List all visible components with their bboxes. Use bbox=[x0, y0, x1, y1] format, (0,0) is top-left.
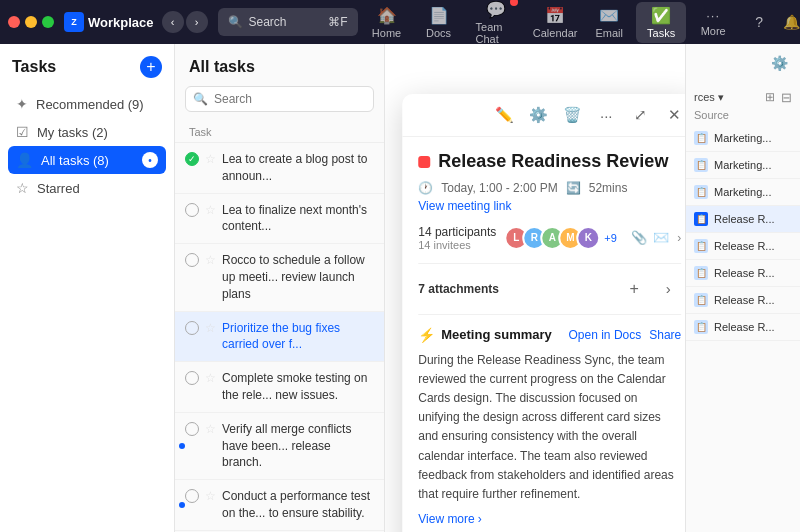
email-icon: ✉️ bbox=[599, 6, 619, 25]
task-item-selected[interactable]: ☆ Prioritize the bug fixes carried over … bbox=[175, 312, 384, 363]
task-star-icon[interactable]: ☆ bbox=[205, 253, 216, 267]
detail-panel: ✏️ ⚙️ 🗑️ ··· ⤢ ✕ Release Readiness Revie… bbox=[385, 44, 685, 532]
task-star-icon[interactable]: ☆ bbox=[205, 422, 216, 436]
add-task-button[interactable]: + bbox=[140, 56, 162, 78]
nav-right-controls: ? 🔔 ⚙️ bbox=[746, 9, 800, 35]
task-item[interactable]: ☆ Complete smoke testing on the rele... … bbox=[175, 362, 384, 413]
right-panel-item[interactable]: 📋 Marketing... bbox=[686, 152, 800, 179]
task-checkbox[interactable] bbox=[185, 371, 199, 385]
help-button[interactable]: ? bbox=[746, 9, 772, 35]
task-detail-modal: ✏️ ⚙️ 🗑️ ··· ⤢ ✕ Release Readiness Revie… bbox=[402, 94, 685, 532]
close-modal-button[interactable]: ✕ bbox=[661, 102, 685, 128]
right-panel-item[interactable]: 📋 Release R... bbox=[686, 260, 800, 287]
expand-attachments-button[interactable]: › bbox=[655, 276, 681, 302]
source-item-text: Marketing... bbox=[714, 132, 771, 144]
view-more-link[interactable]: View more › bbox=[418, 512, 681, 526]
modal-body: Release Readiness Review 🕐 Today, 1:00 -… bbox=[402, 137, 685, 532]
add-attachment-button[interactable]: + bbox=[621, 276, 647, 302]
chevron-right-icon: › bbox=[478, 512, 482, 526]
chevron-right-icon[interactable]: › bbox=[677, 231, 681, 245]
source-item-text: Release R... bbox=[714, 240, 775, 252]
right-panel-item-active[interactable]: 📋 Release R... bbox=[686, 206, 800, 233]
sidebar-title: Tasks + bbox=[8, 56, 166, 78]
task-checkbox[interactable]: ✓ bbox=[185, 152, 199, 166]
settings-button[interactable]: ⚙️ bbox=[525, 102, 551, 128]
task-star-icon[interactable]: ☆ bbox=[205, 371, 216, 385]
sidebar-item-mytasks[interactable]: ☑ My tasks (2) bbox=[8, 118, 166, 146]
right-panel-item[interactable]: 📋 Release R... bbox=[686, 314, 800, 341]
view-meeting-link[interactable]: View meeting link bbox=[418, 199, 681, 213]
tab-more[interactable]: ··· More bbox=[688, 4, 738, 41]
task-item[interactable]: ✓ ☆ Lea to create a blog post to announ.… bbox=[175, 143, 384, 194]
event-duration: 52mins bbox=[589, 181, 628, 195]
docs-icon: 📄 bbox=[429, 6, 449, 25]
source-filter[interactable]: rces ▾ bbox=[694, 91, 724, 104]
source-item-icon: 📋 bbox=[694, 320, 708, 334]
tab-tasks[interactable]: ✅ Tasks bbox=[636, 2, 686, 43]
source-item-text: Marketing... bbox=[714, 186, 771, 198]
right-panel-item[interactable]: 📋 Marketing... bbox=[686, 125, 800, 152]
search-label: Search bbox=[249, 15, 287, 29]
task-star-icon[interactable]: ☆ bbox=[205, 203, 216, 217]
minimize-button[interactable] bbox=[25, 16, 37, 28]
task-checkbox[interactable] bbox=[185, 489, 199, 503]
tasks-search-input[interactable] bbox=[185, 86, 374, 112]
clock-icon: 🕐 bbox=[418, 181, 433, 195]
back-button[interactable]: ‹ bbox=[162, 11, 184, 33]
main-layout: Tasks + ✦ Recommended (9) ☑ My tasks (2)… bbox=[0, 44, 800, 532]
right-panel-item[interactable]: 📋 Release R... bbox=[686, 233, 800, 260]
source-item-icon: 📋 bbox=[694, 266, 708, 280]
tab-teamchat[interactable]: 💬 Team Chat bbox=[466, 0, 527, 49]
sidebar-item-recommended[interactable]: ✦ Recommended (9) bbox=[8, 90, 166, 118]
window-controls bbox=[8, 16, 54, 28]
tab-home[interactable]: 🏠 Home bbox=[362, 2, 412, 43]
teamchat-icon: 💬 bbox=[486, 0, 506, 19]
task-item[interactable]: ☆ Conduct a performance test on the... t… bbox=[175, 480, 384, 531]
share-button[interactable]: Share bbox=[649, 328, 681, 342]
delete-button[interactable]: 🗑️ bbox=[559, 102, 585, 128]
tab-calendar[interactable]: 📅 Calendar bbox=[528, 2, 582, 43]
task-checkbox[interactable] bbox=[185, 422, 199, 436]
tab-docs-label: Docs bbox=[426, 27, 451, 39]
tab-teamchat-label: Team Chat bbox=[476, 21, 517, 45]
task-checkbox[interactable] bbox=[185, 321, 199, 335]
panel-settings-button[interactable]: ⚙️ bbox=[766, 50, 792, 76]
logo-text: Workplace bbox=[88, 15, 154, 30]
task-checkbox[interactable] bbox=[185, 253, 199, 267]
source-item-icon: 📋 bbox=[694, 158, 708, 172]
grid-icon[interactable]: ⊟ bbox=[781, 90, 792, 105]
expand-button[interactable]: ⤢ bbox=[627, 102, 653, 128]
task-item[interactable]: ☆ Lea to finalize next month's content..… bbox=[175, 194, 384, 245]
source-item-icon: 📋 bbox=[694, 212, 708, 226]
task-star-icon[interactable]: ☆ bbox=[205, 321, 216, 335]
task-item[interactable]: ☆ Verify all merge conflicts have been..… bbox=[175, 413, 384, 480]
tab-docs[interactable]: 📄 Docs bbox=[414, 2, 464, 43]
tasks-search-area: 🔍 bbox=[175, 86, 384, 122]
forward-button[interactable]: › bbox=[186, 11, 208, 33]
sidebar-item-alltasks[interactable]: 👤 All tasks (8) • bbox=[8, 146, 166, 174]
sidebar-item-starred[interactable]: ☆ Starred bbox=[8, 174, 166, 202]
meeting-summary-section: ⚡ Meeting summary Open in Docs Share bbox=[418, 327, 681, 343]
tab-email[interactable]: ✉️ Email bbox=[584, 2, 634, 43]
open-in-docs-button[interactable]: Open in Docs bbox=[569, 328, 642, 342]
task-text: Complete smoke testing on the rele... ne… bbox=[222, 370, 374, 404]
meeting-summary-title: Meeting summary bbox=[441, 327, 562, 342]
filter-icon[interactable]: ⊞ bbox=[765, 90, 775, 105]
attachments-label: 7 attachments bbox=[418, 282, 499, 296]
right-panel-item[interactable]: 📋 Release R... bbox=[686, 287, 800, 314]
close-button[interactable] bbox=[8, 16, 20, 28]
right-panel-item[interactable]: 📋 Marketing... bbox=[686, 179, 800, 206]
maximize-button[interactable] bbox=[42, 16, 54, 28]
top-navigation: Z Workplace ‹ › 🔍 Search ⌘F 🏠 Home 📄 Doc… bbox=[0, 0, 800, 44]
edit-button[interactable]: ✏️ bbox=[491, 102, 517, 128]
task-item[interactable]: ☆ Rocco to schedule a follow up meeti...… bbox=[175, 244, 384, 311]
task-star-icon[interactable]: ☆ bbox=[205, 152, 216, 166]
more-options-button[interactable]: ··· bbox=[593, 102, 619, 128]
task-checkbox[interactable] bbox=[185, 203, 199, 217]
participant-action-icons: 📎 ✉️ bbox=[631, 230, 669, 245]
task-star-icon[interactable]: ☆ bbox=[205, 489, 216, 503]
right-panel-header: rces ▾ ⊞ ⊟ bbox=[686, 82, 800, 109]
search-bar[interactable]: 🔍 Search ⌘F bbox=[218, 8, 358, 36]
notifications-button[interactable]: 🔔 bbox=[778, 9, 800, 35]
title-color-dot bbox=[418, 156, 430, 168]
